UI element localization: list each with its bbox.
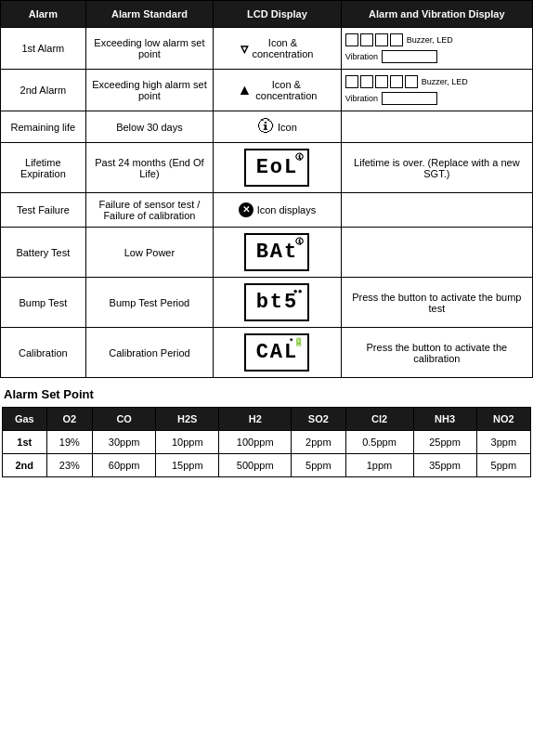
buzzer-row-2nd: Buzzer, LED <box>345 75 528 88</box>
sp-val-h2-2nd: 500ppm <box>219 454 292 477</box>
sp-val-h2s-2nd: 15ppm <box>156 454 219 477</box>
buzzer-label-2nd: Buzzer, LED <box>422 77 468 86</box>
lcd-display: ✕ Icon displays <box>214 193 342 228</box>
lcd-icon-small-cal: *🔋 <box>289 337 304 347</box>
vibration-label-2nd: Vibration <box>345 94 378 103</box>
alarm-display-empty <box>341 193 532 228</box>
led-1 <box>345 75 358 88</box>
vibration-bar-2nd <box>382 92 437 105</box>
x-icon: ✕ <box>239 202 254 217</box>
buzzer-vibration-2nd: Buzzer, LED Vibration <box>345 75 528 105</box>
alarm-vibration-display: Buzzer, LED Vibration <box>341 70 532 111</box>
led-3 <box>375 75 388 88</box>
lcd-text-1st: Icon &concentration <box>252 37 313 59</box>
table-row: 2nd Alarm Exceeding high alarm set point… <box>1 70 533 111</box>
led-4 <box>390 75 403 88</box>
vibration-row-1st: Vibration <box>345 50 437 63</box>
alarm-standard: Low Power <box>85 228 214 278</box>
lcd-display: 🛈 Icon <box>214 111 342 143</box>
lcd-display: ▿ Icon &concentration <box>214 28 342 70</box>
alarm-label: Bump Test <box>1 278 86 328</box>
alarm-display-text: Press the button to activate the calibra… <box>341 328 532 378</box>
alarm-label: Battery Test <box>1 228 86 278</box>
sp-val-co-1st: 30ppm <box>93 431 156 454</box>
sp-val-o2-1st: 19% <box>46 431 93 454</box>
sp-val-h2s-1st: 10ppm <box>156 431 219 454</box>
buzzer-vibration-1st: Buzzer, LED Vibration <box>345 33 528 63</box>
table-row: Test Failure Failure of sensor test / Fa… <box>1 193 533 228</box>
lcd-icon-small-bts: ●● <box>293 287 303 295</box>
alarm-standard: Exceeding low alarm set point <box>85 28 214 70</box>
led-2 <box>360 33 373 46</box>
sp-col-cl2: Cl2 <box>345 408 413 431</box>
lcd-icon-1st: ▿ <box>240 40 248 58</box>
alarm-standard: Calibration Period <box>85 328 214 378</box>
col-header-alarm: Alarm <box>1 1 86 28</box>
alarm-display-text: Press the button to activate the bump te… <box>341 278 532 328</box>
sp-col-nh3: NH3 <box>413 408 476 431</box>
alarm-standard: Failure of sensor test / Failure of cali… <box>85 193 214 228</box>
alarm-label: Test Failure <box>1 193 86 228</box>
set-point-table: Gas O2 CO H2S H2 SO2 Cl2 NH3 NO2 1st 19%… <box>2 407 531 477</box>
lcd-box-bts: ●● bt5 <box>244 283 309 321</box>
lcd-box-eol: 🛈 EoL <box>244 149 309 187</box>
lcd-text-bat: BAt <box>256 241 299 264</box>
lcd-box-cal: *🔋 CAL <box>244 333 309 371</box>
sp-col-no2: NO2 <box>476 408 530 431</box>
sp-val-nh3-1st: 25ppm <box>413 431 476 454</box>
led-3 <box>375 33 388 46</box>
lcd-display: 🛈 EoL <box>214 143 342 193</box>
sp-col-h2s: H2S <box>156 408 219 431</box>
alarm-standard: Exceeding high alarm set point <box>85 70 214 111</box>
table-row: Lifetime Expiration Past 24 months (End … <box>1 143 533 193</box>
alarm-standard: Below 30 days <box>85 111 214 143</box>
alarm-vibration-display: Buzzer, LED Vibration <box>341 28 532 70</box>
alarm-display-text: Lifetime is over. (Replace with a new SG… <box>341 143 532 193</box>
lcd-icon-small-bat: 🛈 <box>295 237 304 247</box>
set-point-row-1st: 1st 19% 30ppm 10ppm 100ppm 2ppm 0.5ppm 2… <box>3 431 531 454</box>
lcd-box-bat: 🛈 BAt <box>244 233 309 271</box>
led-2 <box>360 75 373 88</box>
set-point-row-2nd: 2nd 23% 60ppm 15ppm 500ppm 5ppm 1ppm 35p… <box>3 454 531 477</box>
table-row: Remaining life Below 30 days 🛈 Icon <box>1 111 533 143</box>
lcd-display: ●● bt5 <box>214 278 342 328</box>
lcd-text-remaining: Icon <box>278 122 297 133</box>
lcd-display: *🔋 CAL <box>214 328 342 378</box>
sp-val-nh3-2nd: 35ppm <box>413 454 476 477</box>
lcd-icon-small-eol: 🛈 <box>295 152 304 163</box>
alarm-label: Lifetime Expiration <box>1 143 86 193</box>
alarm-display-empty <box>341 111 532 143</box>
table-row: Battery Test Low Power 🛈 BAt <box>1 228 533 278</box>
vibration-row-2nd: Vibration <box>345 92 437 105</box>
col-header-standard: Alarm Standard <box>85 1 214 28</box>
alarm-label: Calibration <box>1 328 86 378</box>
alarm-display-empty <box>341 228 532 278</box>
sp-val-so2-2nd: 5ppm <box>292 454 345 477</box>
sp-row-label-1st: 1st <box>3 431 47 454</box>
alarm-standard: Bump Test Period <box>85 278 214 328</box>
lcd-icon-2nd: ▲ <box>238 82 253 98</box>
vibration-label-1st: Vibration <box>345 52 378 61</box>
buzzer-row-1st: Buzzer, LED <box>345 33 528 46</box>
sp-col-gas: Gas <box>3 408 47 431</box>
sp-row-label-2nd: 2nd <box>3 454 47 477</box>
sp-val-h2-1st: 100ppm <box>219 431 292 454</box>
lcd-text-failure: Icon displays <box>257 204 317 215</box>
lcd-text-bts: bt5 <box>256 291 299 314</box>
sp-col-o2: O2 <box>46 408 93 431</box>
alarm-label: Remaining life <box>1 111 86 143</box>
sp-val-no2-1st: 3ppm <box>476 431 530 454</box>
sp-val-cl2-2nd: 1ppm <box>345 454 413 477</box>
sp-col-so2: SO2 <box>292 408 345 431</box>
led-1 <box>345 33 358 46</box>
sp-val-no2-2nd: 5ppm <box>476 454 530 477</box>
table-row: 1st Alarm Exceeding low alarm set point … <box>1 28 533 70</box>
lcd-icon-remaining: 🛈 <box>257 117 274 137</box>
vibration-bar-1st <box>382 50 437 63</box>
sp-val-co-2nd: 60ppm <box>93 454 156 477</box>
alarm-standard: Past 24 months (End Of Life) <box>85 143 214 193</box>
table-row: Calibration Calibration Period *🔋 CAL Pr… <box>1 328 533 378</box>
lcd-display: ▲ Icon &concentration <box>214 70 342 111</box>
alarm-table: Alarm Alarm Standard LCD Display Alarm a… <box>0 0 533 378</box>
lcd-text-eol: EoL <box>256 156 299 179</box>
